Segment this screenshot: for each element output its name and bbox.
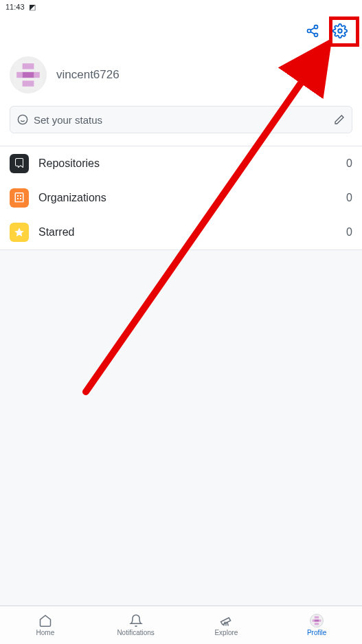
svg-point-12 <box>18 115 27 124</box>
svg-marker-15 <box>14 227 23 236</box>
tab-label: Notifications <box>117 629 154 636</box>
tab-explore[interactable]: Explore <box>181 606 272 644</box>
menu-label: Organizations <box>38 192 337 204</box>
settings-button[interactable] <box>326 17 354 45</box>
star-icon <box>10 223 29 242</box>
organization-icon <box>10 188 29 208</box>
profile-header: vincent6726 <box>0 48 362 106</box>
svg-rect-23 <box>315 619 319 621</box>
share-icon <box>306 24 319 38</box>
tab-profile[interactable]: Profile <box>271 606 362 644</box>
tab-label: Explore <box>214 629 238 636</box>
empty-area <box>0 250 362 606</box>
svg-rect-24 <box>315 623 319 625</box>
avatar[interactable] <box>10 56 47 93</box>
menu-label: Starred <box>38 226 337 238</box>
menu-count: 0 <box>346 226 352 238</box>
svg-rect-22 <box>319 619 321 621</box>
svg-point-2 <box>315 33 318 36</box>
svg-line-3 <box>310 27 315 30</box>
svg-rect-21 <box>313 619 315 621</box>
tab-label: Profile <box>307 629 326 636</box>
tab-home[interactable]: Home <box>0 606 91 644</box>
bottom-tabbar: Home Notifications Explore Profile <box>0 606 362 644</box>
menu-row-repositories[interactable]: Repositories 0 <box>0 146 362 181</box>
menu-row-starred[interactable]: Starred 0 <box>0 215 362 249</box>
svg-line-4 <box>310 32 315 34</box>
svg-point-0 <box>315 25 318 29</box>
device-statusbar: 11:43 ◩ <box>0 0 362 14</box>
pencil-icon <box>334 114 345 125</box>
share-button[interactable] <box>299 17 326 45</box>
statusbar-time: 11:43 <box>5 3 25 11</box>
set-status-button[interactable]: Set your status <box>10 106 352 133</box>
svg-rect-20 <box>315 617 319 619</box>
top-toolbar <box>0 14 362 48</box>
menu-label: Repositories <box>38 157 337 170</box>
svg-rect-11 <box>23 80 34 86</box>
username-label: vincent6726 <box>56 68 120 82</box>
smiley-icon <box>17 114 28 125</box>
status-placeholder: Set your status <box>34 114 102 126</box>
svg-rect-10 <box>23 72 34 78</box>
repo-icon <box>10 154 29 173</box>
svg-point-1 <box>308 30 311 33</box>
svg-rect-9 <box>34 72 39 78</box>
svg-rect-7 <box>23 63 34 69</box>
avatar-icon <box>310 614 324 628</box>
home-icon <box>38 614 52 628</box>
tab-label: Home <box>36 629 55 636</box>
bell-icon <box>129 614 143 628</box>
telescope-icon <box>219 614 233 628</box>
svg-rect-8 <box>16 72 22 78</box>
gear-icon <box>332 23 348 38</box>
menu-count: 0 <box>346 157 352 170</box>
menu-count: 0 <box>346 192 352 204</box>
profile-menu: Repositories 0 Organizations 0 Starred 0 <box>0 146 362 249</box>
content-area: Repositories 0 Organizations 0 Starred 0 <box>0 146 362 606</box>
svg-point-5 <box>338 29 342 33</box>
tab-notifications[interactable]: Notifications <box>91 606 181 644</box>
statusbar-icon: ◩ <box>29 3 36 12</box>
menu-row-organizations[interactable]: Organizations 0 <box>0 181 362 215</box>
svg-line-16 <box>224 622 225 626</box>
